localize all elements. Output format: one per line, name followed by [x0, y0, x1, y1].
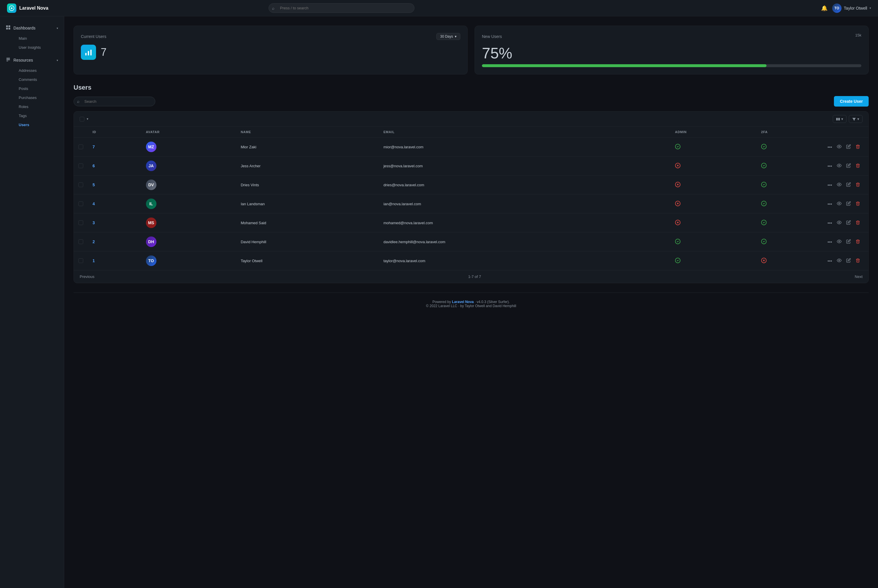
- next-page-button[interactable]: Next: [855, 274, 863, 279]
- edit-button[interactable]: [845, 257, 852, 265]
- users-table-container: ▾ ▾: [73, 111, 869, 283]
- notification-bell-icon[interactable]: 🔔: [821, 5, 827, 11]
- delete-button[interactable]: [854, 219, 862, 227]
- row-checkbox[interactable]: [78, 144, 83, 149]
- row-actions: •••: [826, 219, 864, 227]
- admin-status: [670, 195, 756, 213]
- svg-rect-1: [6, 26, 8, 27]
- sidebar-item-main[interactable]: Main: [14, 34, 64, 43]
- dashboards-label: Dashboards: [13, 26, 36, 30]
- user-email: dries@nova.laravel.com: [379, 176, 670, 195]
- global-search: ⌕: [268, 3, 415, 13]
- row-checkbox[interactable]: [78, 183, 83, 187]
- app-name: Laravel Nova: [19, 6, 48, 11]
- admin-status: [670, 138, 756, 156]
- delete-button[interactable]: [854, 162, 862, 170]
- user-menu[interactable]: TO Taylor Otwell ▾: [832, 3, 871, 13]
- new-users-value-row: 75%: [482, 44, 862, 67]
- chevron-down-icon[interactable]: ▾: [87, 117, 88, 121]
- chevron-down-icon: ▾: [57, 58, 58, 62]
- table-row: 5 DV Dries Vints dries@nova.laravel.com …: [74, 176, 868, 195]
- select-all-checkbox[interactable]: [80, 117, 84, 122]
- table-row: 2 DH David Hemphill davidlee.hemphill@no…: [74, 232, 868, 251]
- sidebar-header-dashboards[interactable]: Dashboards ▾: [0, 22, 64, 34]
- more-options-button[interactable]: •••: [826, 238, 833, 246]
- more-options-button[interactable]: •••: [826, 181, 833, 189]
- more-options-button[interactable]: •••: [826, 257, 833, 264]
- delete-button[interactable]: [854, 257, 862, 265]
- row-actions: •••: [826, 143, 864, 151]
- sidebar-item-user-insights[interactable]: User Insights: [14, 43, 64, 52]
- row-actions: •••: [826, 162, 864, 170]
- more-options-button[interactable]: •••: [826, 219, 833, 226]
- twofa-status: [756, 176, 822, 195]
- col-twofa: 2FA: [756, 127, 822, 138]
- row-checkbox[interactable]: [78, 164, 83, 168]
- delete-button[interactable]: [854, 238, 862, 246]
- new-users-progress-bar: [482, 64, 862, 67]
- view-button[interactable]: [836, 181, 843, 189]
- user-name: David Hemphill: [236, 232, 379, 251]
- user-id: 1: [93, 258, 95, 263]
- chevron-down-icon: ▾: [57, 27, 58, 30]
- svg-rect-5: [6, 58, 10, 58]
- view-button[interactable]: [836, 162, 843, 170]
- row-checkbox[interactable]: [78, 220, 83, 225]
- sidebar-item-comments[interactable]: Comments: [14, 75, 64, 84]
- table-row: 1 TO Taylor Otwell taylor@nova.laravel.c…: [74, 251, 868, 270]
- edit-button[interactable]: [845, 200, 852, 208]
- view-button[interactable]: [836, 143, 843, 151]
- search-input[interactable]: [73, 97, 155, 106]
- edit-button[interactable]: [845, 219, 852, 227]
- user-id: 4: [93, 201, 95, 206]
- admin-status: [670, 213, 756, 232]
- prev-page-button[interactable]: Previous: [80, 274, 94, 279]
- edit-button[interactable]: [845, 181, 852, 189]
- new-users-header: New Users 15k: [482, 33, 862, 40]
- sidebar-item-purchases[interactable]: Purchases: [14, 93, 64, 102]
- user-email: davidlee.hemphill@nova.laravel.com: [379, 232, 670, 251]
- table-top-bar: ▾ ▾: [74, 111, 868, 127]
- period-selector[interactable]: 30 Days ▾: [436, 33, 460, 40]
- new-users-percentage: 75%: [482, 45, 512, 62]
- delete-button[interactable]: [854, 200, 862, 208]
- more-options-button[interactable]: •••: [826, 200, 833, 208]
- table-top-left: ▾: [80, 117, 88, 122]
- table-toolbar: ⌕ Create User: [73, 96, 869, 106]
- svg-rect-10: [90, 50, 91, 56]
- sidebar-item-tags[interactable]: Tags: [14, 111, 64, 120]
- logo-icon: [7, 3, 16, 13]
- delete-button[interactable]: [854, 143, 862, 151]
- page-title: Users: [73, 84, 869, 92]
- row-checkbox[interactable]: [78, 258, 83, 263]
- global-search-input[interactable]: [268, 3, 415, 13]
- view-button[interactable]: [836, 219, 843, 227]
- edit-button[interactable]: [845, 162, 852, 170]
- sidebar-item-roles[interactable]: Roles: [14, 102, 64, 111]
- sidebar-header-resources[interactable]: Resources ▾: [0, 54, 64, 66]
- edit-button[interactable]: [845, 143, 852, 151]
- sidebar-item-addresses[interactable]: Addresses: [14, 66, 64, 75]
- row-checkbox[interactable]: [78, 239, 83, 244]
- view-button[interactable]: [836, 238, 843, 246]
- columns-btn[interactable]: ▾: [833, 115, 847, 123]
- more-options-button[interactable]: •••: [826, 162, 833, 170]
- admin-status: [670, 156, 756, 176]
- sidebar-item-users[interactable]: Users: [14, 120, 64, 129]
- table-search: ⌕: [73, 97, 155, 106]
- edit-button[interactable]: [845, 238, 852, 246]
- sidebar-item-posts[interactable]: Posts: [14, 84, 64, 93]
- view-button[interactable]: [836, 257, 843, 265]
- delete-button[interactable]: [854, 181, 862, 189]
- view-button[interactable]: [836, 200, 843, 208]
- nova-link[interactable]: Laravel Nova: [452, 300, 474, 304]
- user-name: Taylor Otwell: [236, 251, 379, 270]
- create-user-button[interactable]: Create User: [834, 96, 869, 106]
- row-actions: •••: [826, 257, 864, 265]
- user-id: 6: [93, 164, 95, 168]
- filter-btn[interactable]: ▾: [849, 115, 863, 123]
- more-options-button[interactable]: •••: [826, 143, 833, 151]
- row-checkbox[interactable]: [78, 201, 83, 206]
- user-name: Ian Landsman: [236, 195, 379, 213]
- dashboards-icon: [6, 25, 10, 31]
